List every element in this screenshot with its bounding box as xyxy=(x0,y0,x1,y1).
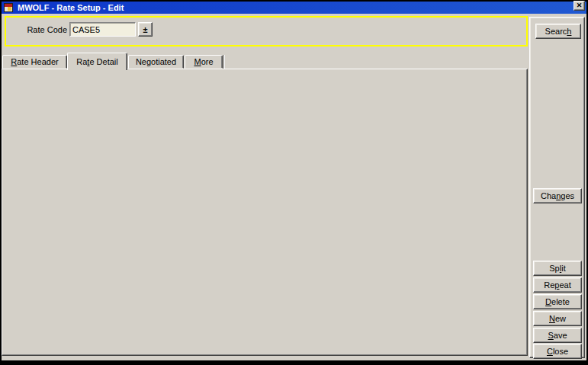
search-button[interactable]: Search xyxy=(535,24,581,39)
rate-setup-window: MWOLF - Rate Setup - Edit ✕ Rate Code ± … xyxy=(0,0,588,365)
tab-content-panel xyxy=(2,69,528,356)
rate-code-label: Rate Code xyxy=(14,25,67,34)
tab-more[interactable]: More xyxy=(185,55,223,69)
tab-negotiated[interactable]: Negotiated xyxy=(128,55,184,69)
title-bar[interactable]: MWOLF - Rate Setup - Edit xyxy=(2,2,586,14)
rate-code-input[interactable] xyxy=(69,22,136,37)
close-button[interactable]: Close xyxy=(533,344,582,359)
rate-code-lov-button[interactable]: ± xyxy=(138,22,153,37)
new-button[interactable]: New xyxy=(533,311,582,326)
changes-button[interactable]: Changes xyxy=(533,188,582,203)
repeat-button[interactable]: Repeat xyxy=(533,277,582,293)
close-icon[interactable]: ✕ xyxy=(574,1,585,11)
split-button[interactable]: Split xyxy=(533,261,582,276)
save-button[interactable]: Save xyxy=(533,328,582,343)
window-title: MWOLF - Rate Setup - Edit xyxy=(18,3,124,12)
app-icon[interactable] xyxy=(4,3,13,12)
tab-rate-header[interactable]: Rate Header xyxy=(2,55,67,69)
tab-rate-detail[interactable]: Rate Detail xyxy=(67,53,127,70)
action-panel: Search Changes Split Repeat Delete New S… xyxy=(529,17,585,358)
delete-button[interactable]: Delete xyxy=(533,294,582,309)
tab-strip-divider xyxy=(223,55,224,69)
app-icon-spark xyxy=(8,7,11,11)
